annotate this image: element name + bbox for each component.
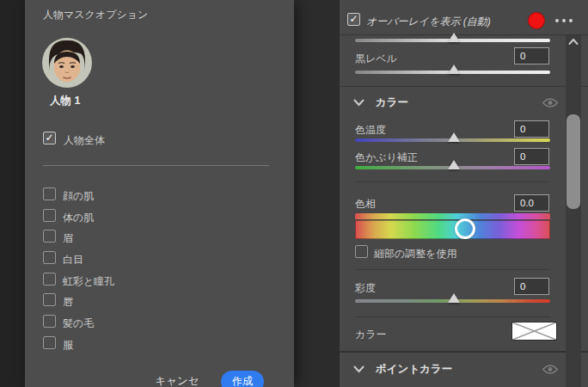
part-label: 服 <box>63 338 73 353</box>
divider <box>340 34 588 35</box>
entire-person-label: 人物全体 <box>64 133 105 148</box>
black-level-label: 黒レベル <box>355 52 397 66</box>
color-swatch-none[interactable] <box>511 322 557 341</box>
overlay-color-indicator[interactable] <box>528 12 545 29</box>
person-name-label: 人物 1 <box>50 94 80 108</box>
divider <box>355 181 550 182</box>
person-face-image <box>42 38 92 88</box>
person-thumbnail[interactable] <box>42 38 92 88</box>
partial-slider[interactable] <box>355 39 550 42</box>
part-checkbox-sclera[interactable] <box>43 251 56 264</box>
part-label: 髪の毛 <box>63 316 94 331</box>
section-divider <box>340 351 588 353</box>
show-overlay-label: オーバーレイを表示 (自動) <box>366 15 491 29</box>
color-section-title: カラー <box>376 95 408 110</box>
saturation-label: 彩度 <box>355 281 376 296</box>
background-left-strip <box>0 0 25 387</box>
part-checkbox-clothes[interactable] <box>43 336 56 349</box>
saturation-value[interactable]: 0 <box>514 278 549 295</box>
part-label: 体の肌 <box>63 211 94 225</box>
part-checkbox-face-skin[interactable] <box>43 187 56 200</box>
person-mask-options-dialog: 人物マスクオプション 人物 1 人物全体 顔の肌 体の肌 眉 <box>25 0 294 387</box>
cancel-button[interactable]: キャンセル <box>150 374 204 387</box>
color-swatch-label: カラー <box>355 328 387 342</box>
point-color-section-title: ポイントカラー <box>376 362 452 377</box>
hue-slider-handle[interactable] <box>455 218 475 239</box>
part-checkbox-eyebrows[interactable] <box>43 230 56 243</box>
tint-label: 色かぶり補正 <box>355 150 418 165</box>
eye-icon[interactable] <box>542 364 558 375</box>
saturation-slider[interactable] <box>355 299 550 303</box>
hue-reference-strip <box>355 213 550 219</box>
dialog-divider <box>43 165 269 166</box>
divider <box>340 86 588 87</box>
black-level-slider[interactable] <box>355 71 550 74</box>
part-label: 眉 <box>63 231 73 246</box>
slider-thumb[interactable] <box>448 160 460 169</box>
mask-adjustment-panel: オーバーレイを表示 (自動) 黒レベル 0 カラー 色温度 0 <box>340 0 588 387</box>
temperature-label: 色温度 <box>355 123 386 138</box>
part-checkbox-lips[interactable] <box>43 293 56 306</box>
dialog-title: 人物マスクオプション <box>43 8 148 22</box>
tint-value[interactable]: 0 <box>514 148 549 165</box>
scrollbar-track[interactable] <box>566 35 581 387</box>
no-color-x-icon <box>512 322 556 340</box>
temperature-slider[interactable] <box>355 138 550 142</box>
show-overlay-checkbox[interactable] <box>347 13 360 26</box>
slider-thumb[interactable] <box>448 64 460 74</box>
part-label: 唇 <box>63 295 73 310</box>
chevron-up-icon[interactable] <box>568 38 579 46</box>
divider <box>355 316 550 317</box>
app-canvas: 人物マスクオプション 人物 1 人物全体 顔の肌 体の肌 眉 <box>0 0 588 387</box>
fine-adjust-checkbox[interactable] <box>355 245 368 258</box>
divider <box>355 269 550 270</box>
scrollbar-thumb[interactable] <box>567 114 580 209</box>
part-checkbox-hair[interactable] <box>43 315 56 328</box>
ellipsis-icon[interactable] <box>555 19 573 22</box>
part-label: 顔の肌 <box>63 189 94 204</box>
slider-thumb[interactable] <box>448 33 460 42</box>
part-label: 白目 <box>63 253 83 267</box>
part-checkbox-iris-pupil[interactable] <box>43 273 56 286</box>
eye-icon[interactable] <box>542 97 558 108</box>
slider-thumb[interactable] <box>448 293 460 303</box>
part-label: 虹彩と瞳孔 <box>63 274 114 289</box>
black-level-value[interactable]: 0 <box>514 47 549 64</box>
slider-thumb[interactable] <box>448 132 460 142</box>
tint-slider[interactable] <box>355 166 550 169</box>
temperature-value[interactable]: 0 <box>514 120 549 138</box>
hue-label: 色相 <box>355 197 376 212</box>
fine-adjust-label: 細部の調整を使用 <box>374 247 457 261</box>
entire-person-checkbox[interactable] <box>43 132 56 144</box>
create-button[interactable]: 作成 <box>221 371 264 387</box>
chevron-down-icon[interactable] <box>353 366 364 373</box>
part-checkbox-body-skin[interactable] <box>43 209 56 222</box>
hue-slider[interactable] <box>355 220 550 239</box>
hue-value[interactable]: 0.0 <box>514 194 549 212</box>
chevron-down-icon[interactable] <box>353 99 364 107</box>
